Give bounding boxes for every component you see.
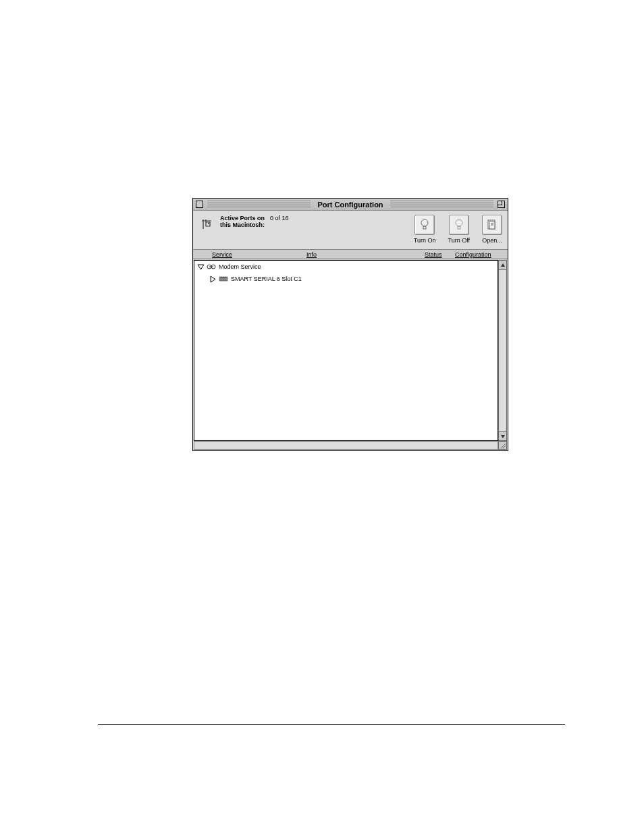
svg-rect-18 [225,278,226,278]
zoom-box[interactable] [498,201,505,208]
page-footer-rule [98,724,565,725]
toolbar: Active Ports on this Macintosh: 0 of 16 … [193,211,508,250]
list-row-modem-service[interactable]: Modem Service [194,261,498,273]
turn-on-button[interactable]: Turn On [414,215,436,244]
active-ports-label-line2: this Macintosh: [220,221,265,228]
column-info[interactable]: Info [306,251,394,258]
toolbar-buttons: Turn On Turn Off [414,215,502,245]
svg-rect-3 [423,226,426,229]
list-row-smart-serial[interactable]: SMART SERIAL 6 Slot C1 [207,273,498,285]
lightbulb-off-icon [454,218,464,232]
titlebar-stripes [390,201,493,209]
svg-point-4 [456,219,462,226]
svg-marker-10 [198,265,204,269]
svg-rect-17 [223,278,224,278]
active-ports-label-line1: Active Ports on [220,215,265,221]
resize-handle[interactable] [498,441,507,450]
svg-marker-14 [211,276,215,282]
svg-rect-5 [458,226,460,229]
open-label: Open... [482,237,502,244]
column-status[interactable]: Status [425,251,455,258]
bottom-bar [194,441,498,450]
row-label: Modem Service [219,263,261,270]
row-label: SMART SERIAL 6 Slot C1 [231,276,302,282]
titlebar-stripes [207,201,311,209]
disclosure-closed-icon[interactable] [209,276,216,282]
window-title: Port Configuration [313,201,387,209]
scroll-down-arrow-icon[interactable] [499,431,506,440]
disclosure-open-icon[interactable] [197,263,204,270]
active-ports-count: 0 of 16 [270,215,289,221]
vertical-scrollbar[interactable] [498,260,507,441]
port-configuration-window: Port Configuration Active Ports on this … [192,198,508,451]
list-header: Service Info Status Configuration [193,250,508,259]
svg-rect-16 [221,278,222,278]
document-icon [486,219,498,231]
column-configuration[interactable]: Configuration [455,251,502,258]
lightbulb-on-icon [419,218,430,232]
serial-card-icon [219,274,228,284]
svg-marker-20 [501,435,505,438]
svg-rect-0 [200,218,213,230]
titlebar[interactable]: Port Configuration [193,199,508,211]
scroll-up-arrow-icon[interactable] [499,261,506,270]
open-button[interactable]: Open... [482,215,502,244]
turn-on-label: Turn On [414,237,436,244]
turn-off-button[interactable]: Turn Off [448,215,470,244]
close-box[interactable] [196,201,203,208]
column-service[interactable]: Service [212,251,306,258]
active-ports-info: Active Ports on this Macintosh: 0 of 16 [220,215,289,228]
modem-service-icon [207,262,216,271]
app-icon [198,216,215,232]
svg-rect-15 [219,277,227,281]
svg-point-2 [421,219,428,226]
list-body: Modem Service SMART SERIAL 6 Slot C1 [194,260,498,441]
svg-marker-19 [501,263,505,267]
turn-off-label: Turn Off [448,237,470,244]
svg-point-1 [208,223,209,224]
